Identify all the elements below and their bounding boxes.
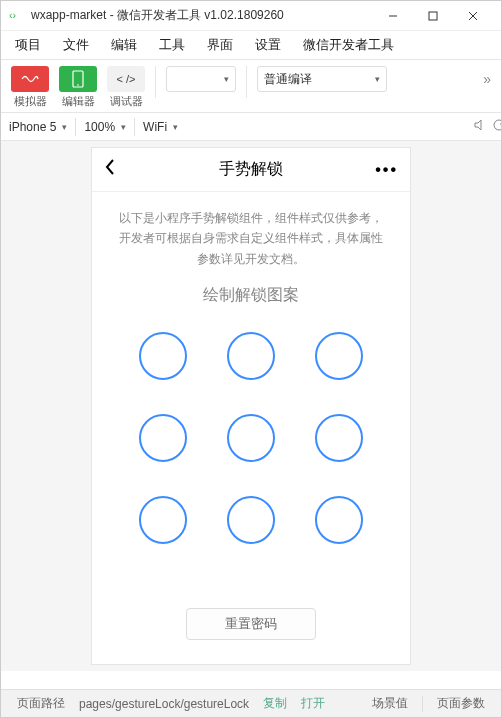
menu-project[interactable]: 项目 xyxy=(5,32,51,58)
zoom-value: 100% xyxy=(84,120,115,134)
phone-icon xyxy=(59,66,97,92)
app-nav-bar: 手势解锁 ••• xyxy=(92,148,410,192)
gesture-dot[interactable] xyxy=(227,496,275,544)
debugger-toggle[interactable]: < /> 调试器 xyxy=(107,66,145,109)
mute-icon[interactable] xyxy=(465,118,483,135)
nav-menu-button[interactable]: ••• xyxy=(375,161,398,179)
chevron-down-icon: ▾ xyxy=(121,122,126,132)
gesture-dot[interactable] xyxy=(139,332,187,380)
open-link[interactable]: 打开 xyxy=(301,695,325,712)
device-select[interactable]: iPhone 5 ▾ xyxy=(1,113,75,140)
device-value: iPhone 5 xyxy=(9,120,56,134)
debugger-label: 调试器 xyxy=(110,94,143,109)
minimize-button[interactable] xyxy=(373,1,413,31)
compile-mode-dropdown[interactable]: 普通编译 ▾ xyxy=(257,66,387,92)
gesture-dot[interactable] xyxy=(315,496,363,544)
gesture-dot[interactable] xyxy=(139,496,187,544)
toolbar-more-button[interactable]: » xyxy=(483,66,491,92)
network-select[interactable]: WiFi ▾ xyxy=(135,113,186,140)
menu-tool[interactable]: 工具 xyxy=(149,32,195,58)
rotate-icon[interactable] xyxy=(483,118,501,135)
maximize-button[interactable] xyxy=(413,1,453,31)
svg-point-6 xyxy=(77,84,79,86)
description-text: 以下是小程序手势解锁组件，组件样式仅供参考，开发者可根据自身需求自定义组件样式，… xyxy=(92,192,410,279)
gesture-dot[interactable] xyxy=(227,332,275,380)
window-title: wxapp-market - 微信开发者工具 v1.02.1809260 xyxy=(31,7,373,24)
reset-password-button[interactable]: 重置密码 xyxy=(186,608,316,640)
svg-text:‹›: ‹› xyxy=(9,8,16,20)
menu-file[interactable]: 文件 xyxy=(53,32,99,58)
simulator-area: 手势解锁 ••• 以下是小程序手势解锁组件，组件样式仅供参考，开发者可根据自身需… xyxy=(1,141,501,671)
blank-dropdown[interactable]: ▾ xyxy=(166,66,236,92)
gesture-grid[interactable] xyxy=(92,324,410,564)
chevron-down-icon: ▾ xyxy=(375,74,380,84)
menu-edit[interactable]: 编辑 xyxy=(101,32,147,58)
nav-title: 手势解锁 xyxy=(219,159,283,180)
menu-wechat-devtools[interactable]: 微信开发者工具 xyxy=(293,32,404,58)
window-titlebar: ‹› wxapp-market - 微信开发者工具 v1.02.1809260 xyxy=(1,1,501,31)
app-logo-icon: ‹› xyxy=(9,8,25,24)
menu-interface[interactable]: 界面 xyxy=(197,32,243,58)
code-icon: < /> xyxy=(107,66,145,92)
network-value: WiFi xyxy=(143,120,167,134)
gesture-dot[interactable] xyxy=(315,332,363,380)
gesture-dot[interactable] xyxy=(139,414,187,462)
device-bar: iPhone 5 ▾ 100% ▾ WiFi ▾ xyxy=(1,113,501,141)
simulator-icon xyxy=(11,66,49,92)
simulator-toggle[interactable]: 模拟器 xyxy=(11,66,49,109)
editor-label: 编辑器 xyxy=(62,94,95,109)
page-path-value: pages/gestureLock/gestureLock xyxy=(79,697,249,711)
path-label: 页面路径 xyxy=(11,695,71,712)
chevron-down-icon: ▾ xyxy=(62,122,67,132)
close-button[interactable] xyxy=(453,1,493,31)
copy-link[interactable]: 复制 xyxy=(263,695,287,712)
editor-toggle[interactable]: 编辑器 xyxy=(59,66,97,109)
scene-value-button[interactable]: 场景值 xyxy=(366,695,414,712)
page-params-button[interactable]: 页面参数 xyxy=(431,695,491,712)
gesture-dot[interactable] xyxy=(227,414,275,462)
back-button[interactable] xyxy=(104,157,116,182)
chevron-down-icon: ▾ xyxy=(173,122,178,132)
gesture-dot[interactable] xyxy=(315,414,363,462)
status-bar: 页面路径 pages/gestureLock/gestureLock 复制 打开… xyxy=(1,689,501,717)
menu-bar: 项目 文件 编辑 工具 界面 设置 微信开发者工具 xyxy=(1,31,501,59)
zoom-select[interactable]: 100% ▾ xyxy=(76,113,134,140)
menu-settings[interactable]: 设置 xyxy=(245,32,291,58)
phone-screen: 手势解锁 ••• 以下是小程序手势解锁组件，组件样式仅供参考，开发者可根据自身需… xyxy=(91,147,411,665)
simulator-label: 模拟器 xyxy=(14,94,47,109)
heading-text: 绘制解锁图案 xyxy=(92,279,410,324)
chevron-down-icon: ▾ xyxy=(224,74,229,84)
toolbar: 模拟器 编辑器 < /> 调试器 ▾ 普通编译 ▾ » xyxy=(1,59,501,113)
svg-rect-2 xyxy=(429,12,437,20)
compile-mode-value: 普通编译 xyxy=(264,71,312,88)
